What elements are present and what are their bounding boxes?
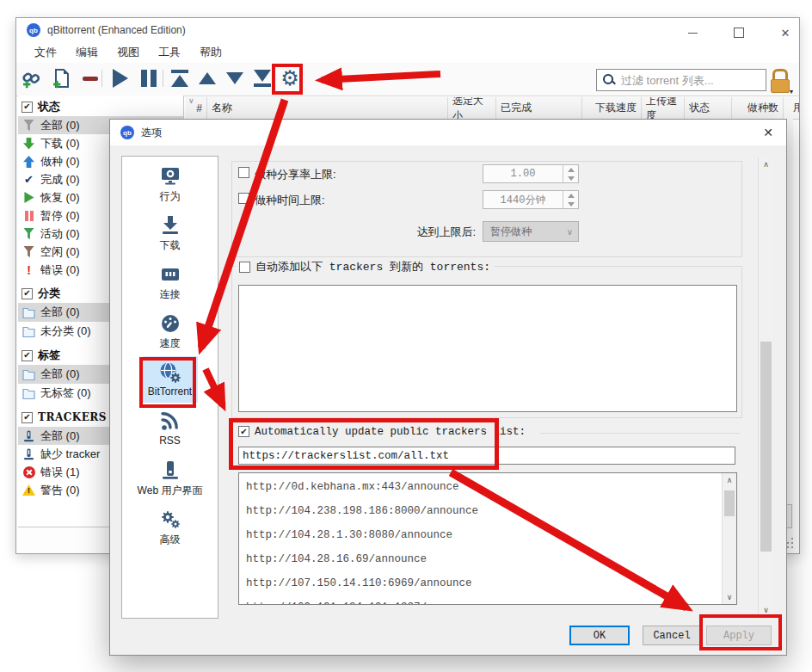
- col-user[interactable]: 用户: [784, 97, 799, 119]
- ok-button[interactable]: OK: [569, 626, 630, 645]
- scrollbar-thumb[interactable]: [760, 342, 772, 552]
- nav-connection[interactable]: 连接: [122, 257, 218, 306]
- scrollbar-thumb[interactable]: [724, 490, 735, 516]
- pause-icon: [22, 209, 35, 222]
- cancel-button[interactable]: Cancel: [643, 626, 701, 645]
- public-trackers-list[interactable]: http://0d.kebhana.mx:443/announce http:/…: [238, 472, 737, 605]
- scroll-down-icon[interactable]: ∨: [759, 603, 773, 617]
- nav-advanced[interactable]: 高级: [122, 502, 218, 552]
- menu-help[interactable]: 帮助: [190, 43, 231, 62]
- scroll-up-icon[interactable]: ∧: [723, 473, 736, 487]
- folder-icon: [22, 325, 35, 338]
- additional-trackers-textarea[interactable]: [238, 285, 737, 412]
- add-torrent-link-button[interactable]: [22, 68, 42, 89]
- add-torrent-file-button[interactable]: [51, 68, 71, 89]
- move-bottom-button[interactable]: [252, 68, 273, 89]
- menu-tools[interactable]: 工具: [149, 43, 190, 62]
- add-link-icon: [22, 68, 42, 89]
- col-status[interactable]: 状态: [685, 97, 732, 119]
- spin-down-icon[interactable]: [563, 200, 578, 208]
- col-dlspeed[interactable]: 下载速度: [582, 97, 642, 119]
- behavior-icon: [159, 163, 181, 189]
- nav-bittorrent[interactable]: BitTorrent: [122, 355, 218, 404]
- close-button[interactable]: ✕: [772, 22, 799, 43]
- options-button[interactable]: ⚙: [280, 68, 300, 89]
- tracker-list-url-input[interactable]: [238, 447, 735, 465]
- folder-icon: [22, 368, 35, 381]
- nav-downloads[interactable]: 下载: [122, 208, 218, 257]
- scroll-up-icon[interactable]: ∧: [759, 157, 773, 171]
- nav-behavior[interactable]: 行为: [122, 159, 218, 208]
- maximize-button[interactable]: [725, 22, 753, 43]
- move-down-button[interactable]: [225, 68, 245, 89]
- share-ratio-checkbox[interactable]: [238, 167, 249, 178]
- menu-file[interactable]: 文件: [25, 43, 66, 62]
- tracker-url-row: http://104.238.198.186:8000/announce: [239, 499, 736, 523]
- nav-webui[interactable]: Web 用户界面: [122, 453, 218, 502]
- spin-up-icon[interactable]: [563, 191, 578, 200]
- folder-icon: [22, 306, 35, 319]
- auto-update-trackers-label: Automatically update public trackers lis…: [255, 426, 526, 438]
- delete-icon: [83, 77, 98, 81]
- col-number[interactable]: #: [186, 97, 207, 119]
- menu-edit[interactable]: 编辑: [66, 43, 108, 62]
- trackers-checkbox[interactable]: ✔: [22, 412, 33, 423]
- play-icon: [111, 69, 128, 88]
- tag-checkbox[interactable]: ✔: [22, 350, 33, 361]
- tracker-url-row: http://109.121.134.121:1337/announce: [239, 595, 736, 605]
- tracker-list-scrollbar[interactable]: ∧ ∨: [722, 473, 736, 604]
- move-top-button[interactable]: [169, 68, 190, 89]
- menubar: 文件 编辑 视图 工具 帮助: [16, 42, 799, 63]
- scroll-down-icon[interactable]: ∨: [723, 590, 736, 604]
- rss-icon: [159, 408, 181, 435]
- options-page-scrollbar[interactable]: ∧ ∨: [758, 157, 773, 617]
- spin-up-icon[interactable]: [563, 165, 578, 174]
- maximize-icon: [734, 28, 744, 38]
- tracker-url-row: http://104.28.16.69/announce: [239, 547, 736, 571]
- minimize-button[interactable]: [679, 22, 706, 43]
- nav-rss[interactable]: RSS: [122, 404, 218, 453]
- minimize-icon: [688, 33, 698, 34]
- speed-icon: [159, 310, 181, 336]
- auto-update-trackers-checkbox[interactable]: ✔: [238, 426, 249, 437]
- reached-limit-dropdown[interactable]: 暂停做种 ∨: [483, 221, 579, 242]
- share-ratio-spinbox[interactable]: 1.00: [483, 164, 579, 183]
- search-input[interactable]: [619, 73, 766, 88]
- col-done[interactable]: 已完成: [496, 97, 582, 119]
- move-top-icon: [171, 70, 188, 73]
- nav-speed[interactable]: 速度: [122, 306, 218, 355]
- connection-icon: [159, 261, 181, 287]
- play-icon: [22, 191, 35, 204]
- status-checkbox[interactable]: ✔: [22, 102, 33, 113]
- qbittorrent-logo-icon: qb: [120, 126, 134, 139]
- auto-add-trackers-checkbox[interactable]: [239, 262, 250, 273]
- tracker-icon: [22, 429, 35, 442]
- delete-button[interactable]: [80, 68, 101, 89]
- webui-icon: [159, 457, 181, 484]
- resume-button[interactable]: [109, 68, 130, 89]
- status-section-header[interactable]: ✔ 状态: [18, 97, 183, 116]
- lock-dropdown-icon: ▾: [790, 88, 793, 96]
- move-up-button[interactable]: [197, 68, 218, 89]
- spin-down-icon[interactable]: [563, 174, 578, 182]
- downloads-icon: [159, 212, 181, 238]
- col-name[interactable]: 名称: [207, 97, 448, 119]
- dialog-close-button[interactable]: ✕: [757, 123, 779, 142]
- col-size[interactable]: 选定大小: [448, 97, 496, 119]
- gear-icon: ⚙: [280, 68, 299, 89]
- category-checkbox[interactable]: ✔: [22, 288, 33, 299]
- col-upspeed[interactable]: 上传速度: [642, 97, 685, 119]
- qbittorrent-logo-icon: qb: [27, 23, 40, 37]
- menu-view[interactable]: 视图: [108, 43, 149, 62]
- apply-button[interactable]: Apply: [706, 626, 772, 645]
- seed-time-spinbox[interactable]: 1440分钟: [483, 190, 579, 209]
- seed-time-checkbox[interactable]: [238, 193, 249, 204]
- lock-button[interactable]: ▾: [770, 69, 790, 93]
- auto-add-trackers-row: 自动添加以下 trackers 到新的 torrents:: [236, 259, 494, 274]
- add-file-icon: [51, 68, 71, 89]
- warning-triangle-icon: !: [22, 484, 35, 496]
- funnel-icon: [22, 119, 35, 132]
- pause-button[interactable]: [138, 68, 159, 89]
- col-seeds[interactable]: 做种数: [732, 97, 784, 119]
- check-icon: ✔: [22, 173, 35, 186]
